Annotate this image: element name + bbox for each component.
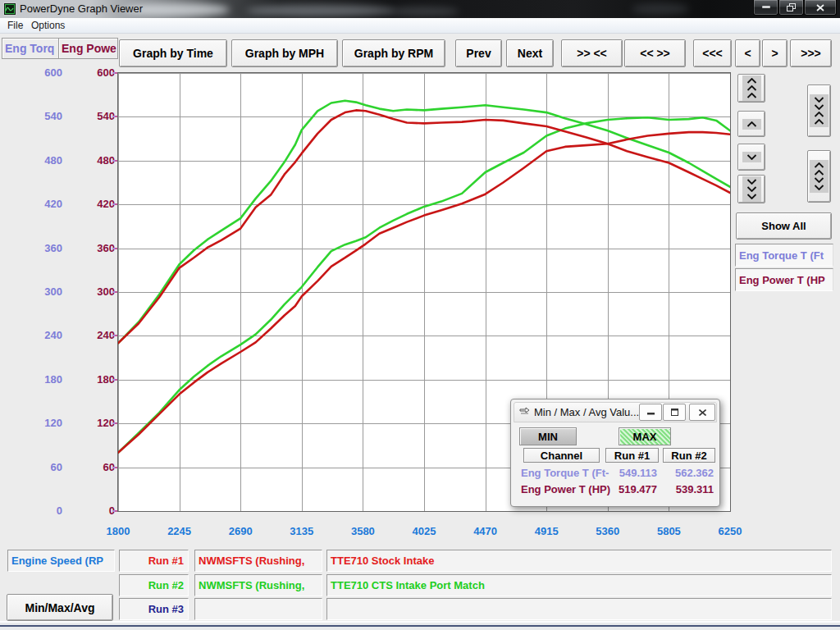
power-tick-label: 360 (82, 242, 115, 254)
torque-tick-label: 360 (30, 242, 62, 254)
toolbar-button-btn[interactable]: >>> (790, 39, 832, 67)
toolbar-button-btn[interactable]: < (735, 39, 760, 67)
rpm-tick-label: 4025 (413, 525, 436, 537)
rpm-tick-label: 5360 (596, 525, 619, 537)
power-tick-label: 180 (82, 373, 115, 386)
rpm-tick-label: 6250 (719, 525, 742, 537)
torque-tick-label: 600 (30, 66, 62, 79)
minmax-run2-value: 539.311 (663, 483, 714, 495)
min-button[interactable]: MIN (519, 427, 577, 445)
minmax-maximize-button[interactable] (663, 404, 686, 421)
minmax-close-button[interactable] (689, 404, 715, 421)
scale-down-fast-button[interactable] (737, 175, 765, 203)
minmax-minimize-button[interactable] (639, 404, 662, 421)
show-all-button[interactable]: Show All (736, 212, 832, 240)
minmax-run1-value: 519.477 (605, 483, 657, 495)
rpm-tick-label: 3580 (351, 525, 375, 537)
run-label-box-1[interactable]: Run #1 (119, 550, 189, 572)
toolbar-button-graph-by-time[interactable]: Graph by Time (119, 39, 227, 67)
toolbar-button-btn[interactable]: <<< (693, 39, 732, 67)
scale-down-button[interactable] (737, 144, 765, 171)
torque-tick-label: 60 (30, 461, 62, 473)
power-tick-label: 120 (82, 417, 115, 429)
legend-power-channel[interactable]: Eng Power T (HP (735, 268, 833, 291)
note-icon (519, 407, 531, 417)
toolbar-button-next[interactable]: Next (506, 39, 554, 67)
close-button[interactable] (804, 0, 837, 16)
run-desc-box-3[interactable] (326, 598, 832, 620)
run-label-box-2[interactable]: Run #2 (119, 574, 189, 596)
window-title: PowerDyne Graph Viewer (20, 2, 143, 15)
expand-scale-button[interactable] (807, 150, 831, 203)
run-file-box-1[interactable]: NWMSFTS (Rushing, (194, 550, 322, 572)
toolbar-button-btn[interactable]: >> << (561, 39, 623, 67)
run-desc-box-1[interactable]: TTE710 Stock Intake (326, 550, 832, 572)
menu-bar: File Options (0, 18, 840, 34)
power-axis-tab[interactable]: Eng Powe (58, 38, 118, 59)
rpm-tick-label: 5805 (657, 525, 681, 537)
torque-tick-label: 540 (30, 110, 62, 122)
run-desc-box-2[interactable]: TTE710 CTS Intake Port Match (326, 574, 832, 596)
power-tick-label: 240 (82, 329, 115, 341)
minmax-row-channel: Eng Power T (HP) (521, 483, 611, 495)
toolbar-button-graph-by-rpm[interactable]: Graph by RPM (342, 39, 445, 67)
max-button[interactable]: MAX (619, 427, 671, 445)
torque-tick-label: 420 (30, 198, 62, 210)
toolbar-button-prev[interactable]: Prev (455, 39, 502, 67)
minmax-col-channel: Channel (523, 448, 600, 463)
minmax-window: Min / Max / Avg Valu... MIN MAX Channel … (510, 399, 720, 507)
toolbar-button-btn[interactable]: > (762, 39, 788, 67)
menu-file[interactable]: File (7, 20, 23, 31)
window-bottom-edge (0, 621, 840, 630)
minmax-avg-button[interactable]: Min/Max/Avg (7, 594, 113, 621)
run-file-box-2[interactable]: NWMSFTS (Rushing, (194, 574, 322, 596)
torque-axis-tab[interactable]: Eng Torq (2, 38, 60, 59)
power-tick-label: 60 (82, 461, 115, 473)
menu-options[interactable]: Options (31, 20, 65, 31)
app-icon (3, 2, 16, 16)
torque-tick-label: 120 (30, 417, 62, 429)
rpm-tick-label: 1800 (107, 525, 130, 537)
power-tick-label: 0 (82, 504, 115, 517)
minmax-col-run2: Run #2 (663, 448, 715, 463)
rpm-tick-label: 2245 (167, 525, 191, 537)
run-file-box-3[interactable] (194, 598, 322, 620)
torque-tick-label: 480 (30, 154, 62, 167)
minimize-button[interactable] (753, 0, 778, 16)
minmax-run2-value: 562.362 (663, 467, 714, 479)
rpm-tick-label: 2690 (229, 525, 253, 537)
rpm-tick-label: 3135 (290, 525, 313, 537)
power-tick-label: 600 (82, 66, 115, 79)
toolbar-button-btn[interactable]: << >> (624, 39, 686, 67)
scale-up-button[interactable] (737, 111, 765, 137)
rpm-tick-label: 4470 (473, 525, 497, 537)
x-channel-box[interactable]: Engine Speed (RP (7, 550, 115, 572)
minmax-col-run1: Run #1 (605, 448, 659, 463)
titlebar: PowerDyne Graph Viewer (0, 0, 840, 18)
minmax-row-channel: Eng Torque T (Ft- (521, 467, 611, 479)
torque-tick-label: 240 (30, 329, 62, 341)
power-tick-label: 300 (82, 285, 115, 298)
power-tick-label: 420 (82, 198, 115, 210)
run-label-box-3[interactable]: Run #3 (119, 598, 189, 620)
minmax-run1-value: 549.113 (605, 467, 657, 479)
torque-tick-label: 300 (30, 285, 62, 298)
compress-scale-button[interactable] (807, 84, 831, 137)
power-tick-label: 480 (82, 154, 115, 167)
minmax-titlebar[interactable]: Min / Max / Avg Valu... (514, 402, 717, 422)
torque-tick-label: 180 (30, 373, 62, 386)
minmax-title: Min / Max / Avg Valu... (534, 406, 639, 418)
restore-button[interactable] (778, 0, 804, 16)
power-tick-label: 540 (82, 110, 115, 122)
torque-tick-label: 0 (30, 504, 62, 517)
scale-up-fast-button[interactable] (737, 74, 765, 103)
rpm-tick-label: 4915 (535, 525, 559, 537)
legend-torque-channel[interactable]: Eng Torque T (Ft (735, 244, 833, 267)
toolbar-button-graph-by-mph[interactable]: Graph by MPH (231, 39, 338, 67)
app-window: PowerDyne Graph Viewer File Options Eng … (0, 0, 840, 630)
